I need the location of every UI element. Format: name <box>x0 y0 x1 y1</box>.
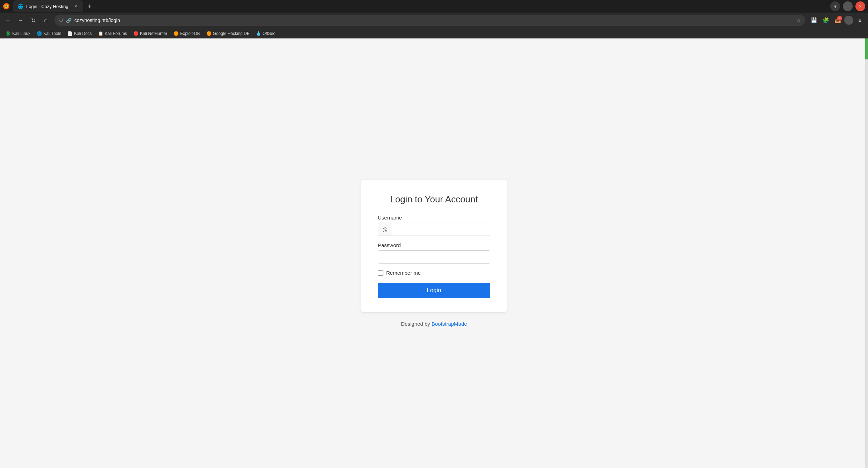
address-text: cozyhosting.htb/login <box>74 17 794 23</box>
menu-button[interactable]: ≡ <box>855 15 865 26</box>
kali-forums-favicon: 📋 <box>98 31 103 36</box>
firefox-icon <box>3 3 10 10</box>
remember-row: Remember me <box>378 270 490 276</box>
tab-close-button[interactable]: × <box>73 3 79 9</box>
bookmark-star-icon[interactable]: ☆ <box>796 17 801 23</box>
bookmark-kali-forums[interactable]: 📋 Kali Forums <box>95 30 130 37</box>
username-input[interactable] <box>392 223 490 236</box>
nav-actions: 💾 🧩 📥 4 ≡ <box>809 15 865 26</box>
reload-button[interactable]: ↻ <box>28 15 38 26</box>
page-content: Login to Your Account Username @ Passwor… <box>0 38 868 468</box>
password-label: Password <box>378 242 490 248</box>
scrollbar[interactable] <box>865 38 868 468</box>
bookmark-kali-nethunter[interactable]: 🔴 Kali NetHunter <box>131 30 170 37</box>
at-icon: @ <box>378 223 392 236</box>
bookmark-kali-docs[interactable]: 📄 Kali Docs <box>65 30 95 37</box>
login-card: Login to Your Account Username @ Passwor… <box>361 180 507 312</box>
home-button[interactable]: ⌂ <box>41 15 51 26</box>
window-controls: ▾ — × <box>830 1 865 11</box>
bookmark-kali-docs-label: Kali Docs <box>74 31 92 36</box>
downloads-button[interactable]: 📥 4 <box>832 15 843 26</box>
remember-checkbox[interactable] <box>378 270 383 276</box>
downloads-badge: 4 <box>837 16 842 21</box>
bookmark-kali-forums-label: Kali Forums <box>105 31 127 36</box>
scrollbar-thumb <box>865 38 868 59</box>
bookmark-google-hacking-db-label: Google Hacking DB <box>213 31 250 36</box>
bookmark-exploit-db-label: Exploit-DB <box>180 31 200 36</box>
bookmarks-bar: 🐉 Kali Linux 🌐 Kali Tools 📄 Kali Docs 📋 … <box>0 28 868 38</box>
kali-nethunter-favicon: 🔴 <box>133 31 139 36</box>
pocket-button[interactable]: 💾 <box>809 15 819 26</box>
shield-icon: 🛡 <box>59 18 63 23</box>
profile-button[interactable] <box>844 16 853 25</box>
lock-icon: 🔗 <box>66 18 72 23</box>
username-group: Username @ <box>378 215 490 236</box>
tab-title: Login - Cozy Hosting <box>26 4 70 9</box>
remember-label: Remember me <box>386 270 421 276</box>
offsec-favicon: 💧 <box>256 31 261 36</box>
username-input-group: @ <box>378 223 490 236</box>
username-label: Username <box>378 215 490 221</box>
bookmark-kali-tools-label: Kali Tools <box>43 31 61 36</box>
bookmark-offsec-label: OffSec <box>263 31 275 36</box>
tab-favicon: 🌐 <box>17 3 23 9</box>
kali-tools-favicon: 🌐 <box>37 31 42 36</box>
exploit-db-favicon: 🟠 <box>174 31 179 36</box>
page-footer: Designed by BootstrapMade <box>401 321 467 327</box>
login-button[interactable]: Login <box>378 283 490 298</box>
bootstrap-made-link[interactable]: BootstrapMade <box>432 321 467 327</box>
new-tab-button[interactable]: + <box>84 1 94 11</box>
bookmark-offsec[interactable]: 💧 OffSec <box>253 30 278 37</box>
bookmark-kali-nethunter-label: Kali NetHunter <box>140 31 167 36</box>
minimize-button[interactable]: — <box>843 1 853 11</box>
bookmark-kali-tools[interactable]: 🌐 Kali Tools <box>34 30 64 37</box>
password-input[interactable] <box>378 250 490 264</box>
bookmark-kali-linux-label: Kali Linux <box>12 31 30 36</box>
svg-point-2 <box>6 6 7 7</box>
back-button[interactable]: ← <box>3 15 13 26</box>
kali-linux-favicon: 🐉 <box>6 31 11 36</box>
password-group: Password <box>378 242 490 264</box>
address-bar[interactable]: 🛡 🔗 cozyhosting.htb/login ☆ <box>54 15 805 26</box>
bookmark-kali-linux[interactable]: 🐉 Kali Linux <box>3 30 33 37</box>
tab-bar: 🌐 Login - Cozy Hosting × + ▾ — × <box>0 0 868 13</box>
bookmark-google-hacking-db[interactable]: 🟠 Google Hacking DB <box>204 30 252 37</box>
footer-text: Designed by <box>401 321 432 327</box>
login-title: Login to Your Account <box>378 194 490 205</box>
active-tab[interactable]: 🌐 Login - Cozy Hosting × <box>13 0 83 12</box>
extensions-button[interactable]: 🧩 <box>821 15 831 26</box>
browser-chrome: 🌐 Login - Cozy Hosting × + ▾ — × ← → ↻ ⌂… <box>0 0 868 38</box>
kali-docs-favicon: 📄 <box>67 31 73 36</box>
forward-button[interactable]: → <box>15 15 26 26</box>
nav-bar: ← → ↻ ⌂ 🛡 🔗 cozyhosting.htb/login ☆ 💾 🧩 … <box>0 13 868 28</box>
dropdown-button[interactable]: ▾ <box>830 1 840 11</box>
google-hacking-db-favicon: 🟠 <box>206 31 212 36</box>
bookmark-exploit-db[interactable]: 🟠 Exploit-DB <box>171 30 203 37</box>
close-window-button[interactable]: × <box>855 1 865 11</box>
